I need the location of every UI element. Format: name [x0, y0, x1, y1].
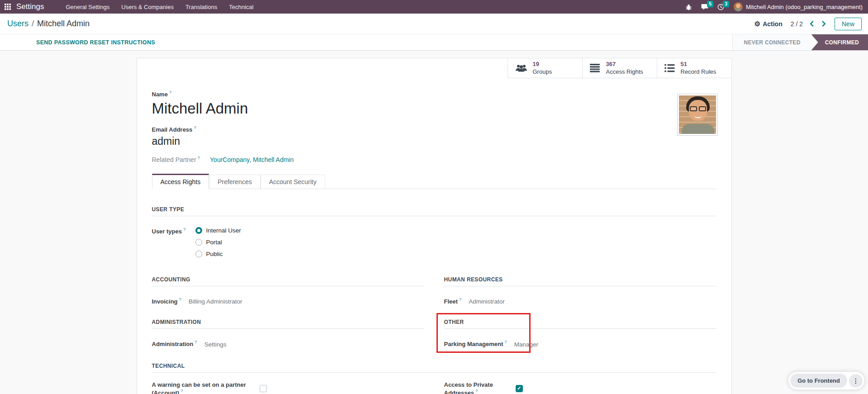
- radio-portal[interactable]: Portal: [195, 239, 241, 246]
- radio-unselected-icon[interactable]: [195, 251, 202, 257]
- kebab-menu-icon[interactable]: ⋮: [849, 374, 863, 388]
- status-ribbon: NEVER CONNECTED CONFIRMED: [732, 34, 868, 50]
- notebook-tabs: Access Rights Preferences Account Securi…: [152, 174, 716, 189]
- breadcrumb: Users / Mitchell Admin: [7, 19, 90, 28]
- name-input[interactable]: Mitchell Admin: [152, 100, 716, 117]
- messages-count-badge: 5: [707, 1, 713, 7]
- record-rules-stat-button[interactable]: 51 Record Rules: [657, 58, 731, 78]
- section-administration: ADMINISTRATION Administration? Settings: [152, 319, 424, 348]
- private-addresses-checkbox[interactable]: ✓: [516, 385, 523, 392]
- section-technical: TECHNICAL A warning can be set on a part…: [152, 363, 716, 394]
- groups-count: 19: [533, 61, 552, 68]
- warning-partner-checkbox[interactable]: [260, 385, 267, 392]
- warning-partner-label: A warning can be set on a partner (Accou…: [152, 381, 246, 394]
- go-to-frontend-button[interactable]: Go to Frontend: [790, 374, 847, 388]
- section-technical-title: TECHNICAL: [152, 363, 716, 373]
- status-confirmed[interactable]: CONFIRMED: [811, 34, 868, 50]
- tab-preferences[interactable]: Preferences: [209, 175, 260, 189]
- name-label: Name: [152, 91, 168, 98]
- related-partner-group: Related Partner? YourCompany, Mitchell A…: [152, 156, 716, 164]
- form-view-background: 19 Groups 367 Access Rights: [0, 51, 868, 394]
- invoicing-label: Invoicing: [152, 298, 178, 305]
- messages-icon[interactable]: 5: [698, 2, 711, 12]
- section-other-title: OTHER: [444, 319, 716, 329]
- parking-management-select[interactable]: Manager: [514, 341, 538, 348]
- fleet-select[interactable]: Administrator: [469, 298, 505, 305]
- help-icon: ?: [198, 156, 200, 160]
- pager-next-icon[interactable]: [821, 20, 826, 27]
- radio-internal-user-label: Internal User: [206, 227, 241, 234]
- users-group-icon: [515, 64, 527, 73]
- user-avatar[interactable]: [677, 94, 718, 136]
- help-icon: ?: [183, 227, 186, 232]
- field-private-addresses: Access to Private Addresses? ✓: [444, 380, 716, 394]
- help-icon: ?: [179, 297, 182, 302]
- access-rights-label: Access Rights: [606, 68, 643, 76]
- fleet-label: Fleet: [444, 298, 458, 305]
- breadcrumb-separator: /: [32, 19, 34, 28]
- debug-bug-icon[interactable]: [682, 2, 695, 12]
- menu-translations[interactable]: Translations: [180, 1, 223, 13]
- user-menu-avatar: [734, 2, 743, 11]
- access-rights-count: 367: [606, 61, 643, 68]
- email-input[interactable]: admin: [152, 135, 716, 147]
- help-icon: ?: [180, 389, 183, 393]
- related-partner-link[interactable]: YourCompany, Mitchell Admin: [210, 156, 294, 163]
- section-other: OTHER Parking Management? Manager: [444, 319, 716, 348]
- invoicing-select[interactable]: Billing Administrator: [189, 298, 242, 305]
- action-menu-button[interactable]: ⚙ Action: [754, 20, 783, 28]
- access-rights-stat-button[interactable]: 367 Access Rights: [582, 58, 657, 78]
- activities-count-badge: 3: [723, 1, 729, 7]
- menu-users-companies[interactable]: Users & Companies: [116, 1, 179, 13]
- private-addresses-label: Access to Private Addresses: [444, 381, 493, 394]
- menu-general-settings[interactable]: General Settings: [60, 1, 115, 13]
- related-partner-label: Related Partner: [152, 156, 196, 163]
- bullet-list-icon: [664, 64, 675, 72]
- apps-grid-icon[interactable]: [5, 4, 11, 10]
- section-accounting: ACCOUNTING Invoicing? Billing Administra…: [152, 276, 424, 305]
- help-icon: ?: [169, 90, 172, 95]
- control-panel: Users / Mitchell Admin ⚙ Action 2 / 2 Ne…: [0, 14, 868, 34]
- record-pager: 2 / 2: [791, 20, 826, 28]
- activities-clock-icon[interactable]: 3: [714, 2, 727, 12]
- administration-label: Administration: [152, 341, 194, 348]
- app-name-settings[interactable]: Settings: [16, 2, 44, 11]
- help-icon: ?: [194, 125, 196, 130]
- user-types-field: User types? Internal User Portal Publ: [152, 227, 716, 257]
- section-user-type-title: USER TYPE: [152, 206, 716, 216]
- tab-access-rights[interactable]: Access Rights: [152, 174, 209, 189]
- email-label: Email Address: [152, 127, 193, 133]
- main-menu: General Settings Users & Companies Trans…: [60, 1, 259, 13]
- breadcrumb-users-link[interactable]: Users: [7, 19, 28, 28]
- tab-account-security[interactable]: Account Security: [261, 175, 325, 189]
- action-label: Action: [763, 20, 783, 28]
- email-field-group: Email Address? admin: [152, 125, 716, 147]
- record-rules-count: 51: [681, 61, 716, 68]
- status-never-connected[interactable]: NEVER CONNECTED: [732, 34, 811, 50]
- radio-portal-label: Portal: [206, 239, 222, 246]
- radio-unselected-icon[interactable]: [195, 239, 202, 246]
- user-menu[interactable]: Mitchell Admin (odoo_parking_management): [730, 2, 863, 11]
- list-icon: [590, 64, 601, 72]
- pager-value: 2 / 2: [791, 20, 803, 28]
- radio-public[interactable]: Public: [195, 251, 241, 257]
- menu-technical[interactable]: Technical: [223, 1, 259, 13]
- statusbar: SEND PASSWORD RESET INSTRUCTIONS NEVER C…: [0, 34, 868, 51]
- parking-management-label: Parking Management: [444, 341, 503, 348]
- stat-button-box: 19 Groups 367 Access Rights: [137, 58, 731, 78]
- help-icon: ?: [475, 389, 478, 393]
- radio-internal-user[interactable]: Internal User: [195, 227, 241, 234]
- radio-selected-icon[interactable]: [195, 227, 202, 234]
- new-button[interactable]: New: [835, 18, 862, 30]
- frontend-switcher: Go to Frontend ⋮: [788, 372, 864, 389]
- groups-label: Groups: [533, 68, 552, 76]
- help-icon: ?: [194, 340, 197, 344]
- groups-stat-button[interactable]: 19 Groups: [508, 58, 582, 78]
- pager-previous-icon[interactable]: [809, 20, 815, 27]
- user-types-label: User types: [152, 228, 182, 235]
- administration-select[interactable]: Settings: [204, 341, 227, 348]
- send-password-reset-button[interactable]: SEND PASSWORD RESET INSTRUCTIONS: [36, 39, 155, 46]
- section-accounting-title: ACCOUNTING: [152, 276, 424, 286]
- section-human-resources: HUMAN RESOURCES Fleet? Administrator: [444, 276, 716, 305]
- top-navbar: Settings General Settings Users & Compan…: [0, 0, 868, 14]
